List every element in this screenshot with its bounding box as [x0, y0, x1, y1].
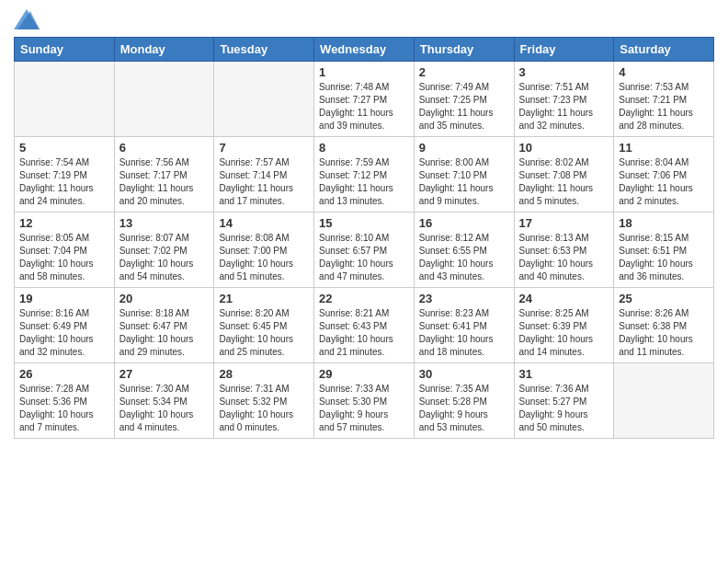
day-info: Sunrise: 7:57 AM Sunset: 7:14 PM Dayligh… [219, 156, 309, 208]
calendar-cell [614, 363, 714, 439]
day-header-saturday: Saturday [614, 38, 714, 62]
calendar-week-1: 1Sunrise: 7:48 AM Sunset: 7:27 PM Daylig… [15, 62, 714, 137]
calendar-cell: 20Sunrise: 8:18 AM Sunset: 6:47 PM Dayli… [114, 288, 214, 363]
day-info: Sunrise: 7:28 AM Sunset: 5:36 PM Dayligh… [19, 383, 109, 434]
day-number: 15 [319, 216, 409, 230]
day-number: 22 [319, 292, 409, 305]
day-info: Sunrise: 8:08 AM Sunset: 7:00 PM Dayligh… [219, 232, 309, 283]
calendar-cell: 18Sunrise: 8:15 AM Sunset: 6:51 PM Dayli… [614, 213, 714, 288]
calendar-cell: 3Sunrise: 7:51 AM Sunset: 7:23 PM Daylig… [514, 62, 614, 137]
day-number: 5 [19, 141, 109, 155]
page: SundayMondayTuesdayWednesdayThursdayFrid… [0, 0, 728, 563]
day-number: 29 [319, 367, 409, 381]
day-info: Sunrise: 8:16 AM Sunset: 6:49 PM Dayligh… [19, 307, 109, 359]
day-info: Sunrise: 8:15 AM Sunset: 6:51 PM Dayligh… [619, 232, 709, 283]
day-info: Sunrise: 7:59 AM Sunset: 7:12 PM Dayligh… [319, 156, 409, 208]
day-number: 19 [19, 292, 109, 305]
calendar-week-4: 19Sunrise: 8:16 AM Sunset: 6:49 PM Dayli… [15, 288, 714, 363]
day-number: 16 [419, 216, 509, 230]
calendar-cell: 23Sunrise: 8:23 AM Sunset: 6:41 PM Dayli… [414, 288, 514, 363]
calendar-week-5: 26Sunrise: 7:28 AM Sunset: 5:36 PM Dayli… [15, 363, 714, 439]
day-number: 9 [419, 141, 509, 155]
day-number: 7 [219, 141, 309, 155]
day-number: 21 [219, 292, 309, 305]
calendar-cell: 8Sunrise: 7:59 AM Sunset: 7:12 PM Daylig… [314, 137, 415, 213]
calendar-cell: 15Sunrise: 8:10 AM Sunset: 6:57 PM Dayli… [314, 213, 415, 288]
day-info: Sunrise: 8:05 AM Sunset: 7:04 PM Dayligh… [19, 232, 109, 283]
calendar-cell: 4Sunrise: 7:53 AM Sunset: 7:21 PM Daylig… [614, 62, 714, 137]
day-header-monday: Monday [114, 38, 214, 62]
day-number: 28 [219, 367, 309, 381]
day-info: Sunrise: 8:20 AM Sunset: 6:45 PM Dayligh… [219, 307, 309, 359]
calendar-week-3: 12Sunrise: 8:05 AM Sunset: 7:04 PM Dayli… [15, 213, 714, 288]
logo [14, 9, 41, 29]
day-number: 14 [219, 216, 309, 230]
day-info: Sunrise: 7:49 AM Sunset: 7:25 PM Dayligh… [419, 81, 509, 132]
day-number: 1 [319, 65, 409, 79]
day-number: 12 [19, 216, 109, 230]
calendar-cell [15, 62, 115, 137]
day-info: Sunrise: 7:31 AM Sunset: 5:32 PM Dayligh… [219, 383, 309, 434]
calendar-cell: 24Sunrise: 8:25 AM Sunset: 6:39 PM Dayli… [514, 288, 614, 363]
day-info: Sunrise: 7:30 AM Sunset: 5:34 PM Dayligh… [119, 383, 210, 434]
day-info: Sunrise: 7:36 AM Sunset: 5:27 PM Dayligh… [519, 383, 609, 434]
day-info: Sunrise: 7:56 AM Sunset: 7:17 PM Dayligh… [119, 156, 210, 208]
day-number: 18 [619, 216, 709, 230]
calendar-cell: 12Sunrise: 8:05 AM Sunset: 7:04 PM Dayli… [15, 213, 115, 288]
calendar-cell [114, 62, 214, 137]
calendar-cell: 25Sunrise: 8:26 AM Sunset: 6:38 PM Dayli… [614, 288, 714, 363]
header [14, 9, 714, 29]
day-header-wednesday: Wednesday [314, 38, 415, 62]
calendar-cell: 2Sunrise: 7:49 AM Sunset: 7:25 PM Daylig… [414, 62, 514, 137]
calendar-cell: 27Sunrise: 7:30 AM Sunset: 5:34 PM Dayli… [114, 363, 214, 439]
day-info: Sunrise: 8:00 AM Sunset: 7:10 PM Dayligh… [419, 156, 509, 208]
calendar-cell: 10Sunrise: 8:02 AM Sunset: 7:08 PM Dayli… [514, 137, 614, 213]
day-number: 31 [519, 367, 609, 381]
day-number: 4 [619, 65, 709, 79]
day-info: Sunrise: 8:02 AM Sunset: 7:08 PM Dayligh… [519, 156, 609, 208]
day-number: 17 [519, 216, 609, 230]
logo-icon [14, 9, 40, 29]
calendar-cell: 26Sunrise: 7:28 AM Sunset: 5:36 PM Dayli… [15, 363, 115, 439]
day-info: Sunrise: 8:23 AM Sunset: 6:41 PM Dayligh… [419, 307, 509, 359]
day-info: Sunrise: 7:54 AM Sunset: 7:19 PM Dayligh… [19, 156, 109, 208]
calendar-cell [214, 62, 314, 137]
day-number: 6 [119, 141, 210, 155]
calendar-cell: 19Sunrise: 8:16 AM Sunset: 6:49 PM Dayli… [15, 288, 115, 363]
day-number: 23 [419, 292, 509, 305]
day-number: 3 [519, 65, 609, 79]
day-number: 30 [419, 367, 509, 381]
day-info: Sunrise: 7:51 AM Sunset: 7:23 PM Dayligh… [519, 81, 609, 132]
calendar-cell: 17Sunrise: 8:13 AM Sunset: 6:53 PM Dayli… [514, 213, 614, 288]
day-info: Sunrise: 8:18 AM Sunset: 6:47 PM Dayligh… [119, 307, 210, 359]
day-number: 24 [519, 292, 609, 305]
day-info: Sunrise: 8:21 AM Sunset: 6:43 PM Dayligh… [319, 307, 409, 359]
day-number: 20 [119, 292, 210, 305]
day-number: 10 [519, 141, 609, 155]
calendar-cell: 28Sunrise: 7:31 AM Sunset: 5:32 PM Dayli… [214, 363, 314, 439]
day-number: 11 [619, 141, 709, 155]
calendar-cell: 30Sunrise: 7:35 AM Sunset: 5:28 PM Dayli… [414, 363, 514, 439]
day-header-sunday: Sunday [15, 38, 115, 62]
day-number: 27 [119, 367, 210, 381]
calendar-cell: 11Sunrise: 8:04 AM Sunset: 7:06 PM Dayli… [614, 137, 714, 213]
day-info: Sunrise: 8:13 AM Sunset: 6:53 PM Dayligh… [519, 232, 609, 283]
day-number: 8 [319, 141, 409, 155]
calendar-cell: 29Sunrise: 7:33 AM Sunset: 5:30 PM Dayli… [314, 363, 415, 439]
day-info: Sunrise: 8:04 AM Sunset: 7:06 PM Dayligh… [619, 156, 709, 208]
day-info: Sunrise: 8:10 AM Sunset: 6:57 PM Dayligh… [319, 232, 409, 283]
day-number: 26 [19, 367, 109, 381]
calendar-cell: 6Sunrise: 7:56 AM Sunset: 7:17 PM Daylig… [114, 137, 214, 213]
day-info: Sunrise: 7:33 AM Sunset: 5:30 PM Dayligh… [319, 383, 409, 434]
day-info: Sunrise: 8:07 AM Sunset: 7:02 PM Dayligh… [119, 232, 210, 283]
calendar-week-2: 5Sunrise: 7:54 AM Sunset: 7:19 PM Daylig… [15, 137, 714, 213]
calendar-cell: 14Sunrise: 8:08 AM Sunset: 7:00 PM Dayli… [214, 213, 314, 288]
calendar-cell: 13Sunrise: 8:07 AM Sunset: 7:02 PM Dayli… [114, 213, 214, 288]
day-header-thursday: Thursday [414, 38, 514, 62]
calendar-cell: 22Sunrise: 8:21 AM Sunset: 6:43 PM Dayli… [314, 288, 415, 363]
calendar-cell: 31Sunrise: 7:36 AM Sunset: 5:27 PM Dayli… [514, 363, 614, 439]
day-info: Sunrise: 8:12 AM Sunset: 6:55 PM Dayligh… [419, 232, 509, 283]
day-info: Sunrise: 8:26 AM Sunset: 6:38 PM Dayligh… [619, 307, 709, 359]
calendar-cell: 21Sunrise: 8:20 AM Sunset: 6:45 PM Dayli… [214, 288, 314, 363]
calendar-cell: 9Sunrise: 8:00 AM Sunset: 7:10 PM Daylig… [414, 137, 514, 213]
